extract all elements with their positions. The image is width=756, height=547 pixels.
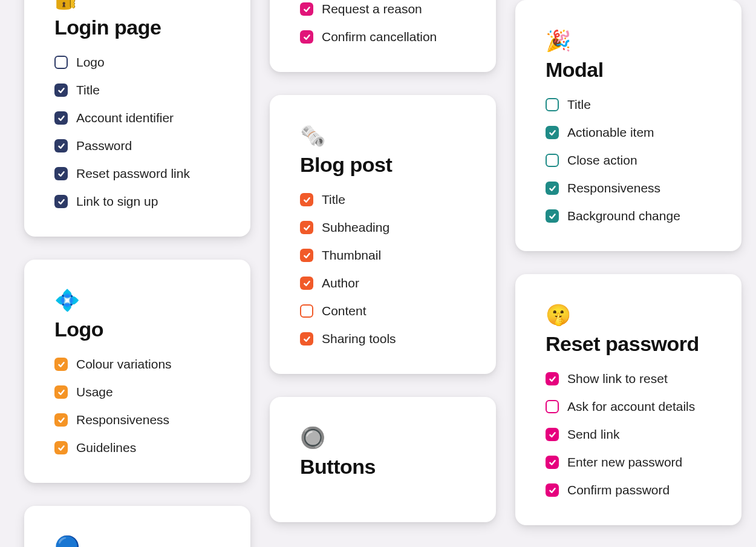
card-login-page: 🔐Login pageLogoTitleAccount identifierPa…	[24, 0, 250, 237]
list-item[interactable]: Password	[54, 139, 220, 153]
list-item[interactable]: Usage	[54, 385, 220, 399]
checkbox-checked-icon[interactable]	[546, 428, 559, 441]
list-item-label: Content	[322, 304, 367, 318]
list-item[interactable]: Title	[546, 97, 711, 112]
list-item-label: Thumbnail	[322, 248, 381, 263]
modal-title: Modal	[546, 58, 711, 82]
login-page-title: Login page	[54, 16, 220, 39]
checkbox-unchecked-icon[interactable]	[546, 154, 559, 167]
checkbox-checked-icon[interactable]	[546, 372, 559, 385]
list-item-label: Actionable item	[567, 125, 654, 140]
list-item-label: Password	[76, 139, 132, 153]
list-item[interactable]: Colour variations	[54, 357, 220, 372]
list-item[interactable]: Confirm password	[546, 483, 711, 497]
logo-title: Logo	[54, 318, 220, 341]
checkbox-checked-icon[interactable]	[300, 193, 313, 206]
card-logo: 💠LogoColour variationsUsageResponsivenes…	[24, 260, 250, 483]
list-item[interactable]: Show link to reset	[546, 372, 711, 386]
checkbox-checked-icon[interactable]	[546, 209, 559, 223]
checkbox-checked-icon[interactable]	[546, 126, 559, 139]
checkbox-unchecked-icon[interactable]	[300, 304, 313, 318]
list-item[interactable]: Account identifier	[54, 111, 220, 125]
list-item-label: Colour variations	[76, 357, 172, 372]
list-item[interactable]: Background change	[546, 209, 711, 223]
checkbox-unchecked-icon[interactable]	[54, 56, 68, 69]
list-item[interactable]: Responsiveness	[54, 413, 220, 427]
card-buttons: 🔘Buttons	[270, 397, 496, 522]
list-item-label: Sharing tools	[322, 332, 396, 346]
list-item[interactable]: Responsiveness	[546, 181, 711, 195]
list-item[interactable]: Reset password link	[54, 166, 220, 181]
list-item-label: Author	[322, 276, 359, 290]
list-item-label: Title	[567, 97, 591, 112]
list-item[interactable]: Thumbnail	[300, 248, 466, 263]
list-item-label: Account identifier	[76, 111, 174, 125]
checkbox-checked-icon[interactable]	[300, 332, 313, 346]
list-item-label: Logo	[76, 55, 105, 70]
cards-grid: 🔐Login pageLogoTitleAccount identifierPa…	[0, 0, 756, 547]
checkbox-checked-icon[interactable]	[300, 277, 313, 290]
checkbox-checked-icon[interactable]	[54, 413, 68, 427]
list-item-label: Show link to reset	[567, 372, 668, 386]
logo-emoji-icon: 💠	[54, 290, 220, 310]
list-item[interactable]: Title	[54, 83, 220, 97]
login-page-emoji-icon: 🔐	[54, 0, 220, 8]
list-item-label: Subheading	[322, 220, 389, 235]
checkbox-unchecked-icon[interactable]	[546, 400, 559, 413]
reset-password-emoji-icon: 🤫	[546, 304, 711, 325]
card-partial-bottom-left: 🔵	[24, 506, 250, 547]
list-item-label: Close action	[567, 153, 637, 168]
buttons-emoji-icon: 🔘	[300, 427, 466, 448]
list-item-label: Background change	[567, 209, 680, 223]
checkbox-checked-icon[interactable]	[300, 221, 313, 234]
checkbox-checked-icon[interactable]	[546, 182, 559, 195]
list-item[interactable]: Author	[300, 276, 466, 290]
list-item-label: Enter new password	[567, 455, 682, 470]
list-item-label: Responsiveness	[76, 413, 169, 427]
checkbox-checked-icon[interactable]	[54, 195, 68, 208]
list-item-label: Guidelines	[76, 441, 136, 455]
checkbox-checked-icon[interactable]	[54, 139, 68, 152]
checkbox-checked-icon[interactable]	[546, 483, 559, 497]
column-2: 🎉ModalTitleActionable itemClose actionRe…	[515, 0, 741, 547]
partial-bottom-left-emoji-icon: 🔵	[54, 536, 220, 547]
list-item[interactable]: Title	[300, 192, 466, 207]
checkbox-unchecked-icon[interactable]	[546, 98, 559, 111]
list-item-label: Confirm password	[567, 483, 670, 497]
list-item[interactable]: Actionable item	[546, 125, 711, 140]
list-item[interactable]: Send link	[546, 427, 711, 442]
checkbox-checked-icon[interactable]	[300, 30, 313, 44]
checkbox-checked-icon[interactable]	[54, 167, 68, 180]
list-item-label: Title	[76, 83, 100, 97]
list-item[interactable]: Sharing tools	[300, 332, 466, 346]
list-item[interactable]: Guidelines	[54, 441, 220, 455]
checkbox-checked-icon[interactable]	[54, 84, 68, 97]
blog-post-title: Blog post	[300, 153, 466, 177]
list-item-label: Ask for account details	[567, 399, 695, 414]
checkbox-checked-icon[interactable]	[546, 456, 559, 469]
modal-emoji-icon: 🎉	[546, 30, 711, 51]
blog-post-emoji-icon: 🗞️	[300, 125, 466, 146]
list-item[interactable]: Link to sign up	[54, 194, 220, 209]
list-item-label: Request a reason	[322, 2, 422, 16]
list-item[interactable]: Enter new password	[546, 455, 711, 470]
card-reset-password: 🤫Reset passwordShow link to resetAsk for…	[515, 274, 741, 525]
checkbox-checked-icon[interactable]	[54, 111, 68, 125]
checkbox-checked-icon[interactable]	[54, 358, 68, 371]
list-item[interactable]: Request a reason	[300, 2, 466, 16]
checkbox-checked-icon[interactable]	[54, 385, 68, 399]
checkbox-checked-icon[interactable]	[300, 2, 313, 16]
checkbox-checked-icon[interactable]	[300, 249, 313, 262]
list-item[interactable]: Confirm cancellation	[300, 30, 466, 44]
list-item[interactable]: Close action	[546, 153, 711, 168]
list-item-label: Link to sign up	[76, 194, 158, 209]
list-item-label: Send link	[567, 427, 619, 442]
list-item-label: Title	[322, 192, 345, 207]
list-item[interactable]: Subheading	[300, 220, 466, 235]
card-modal: 🎉ModalTitleActionable itemClose actionRe…	[515, 0, 741, 251]
reset-password-title: Reset password	[546, 332, 711, 356]
list-item[interactable]: Ask for account details	[546, 399, 711, 414]
list-item[interactable]: Logo	[54, 55, 220, 70]
checkbox-checked-icon[interactable]	[54, 441, 68, 454]
list-item[interactable]: Content	[300, 304, 466, 318]
